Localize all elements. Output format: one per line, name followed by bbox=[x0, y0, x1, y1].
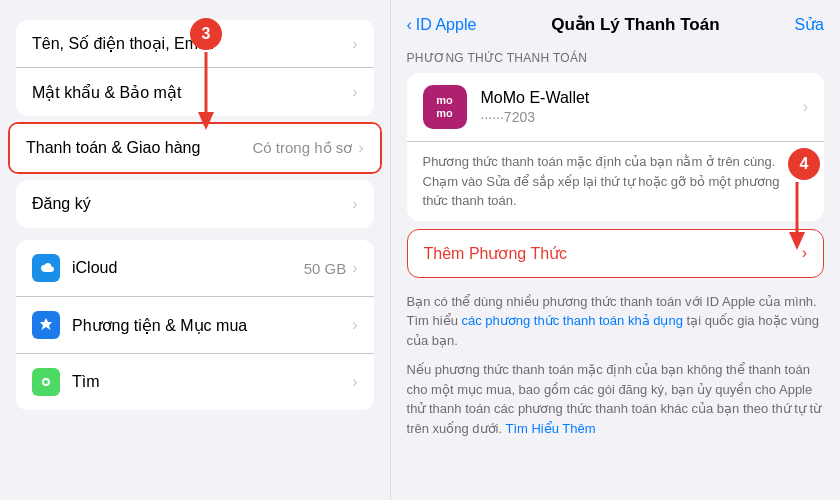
item-label: Tìm bbox=[72, 373, 100, 391]
payment-item-momo[interactable]: mo mo MoMo E-Wallet ······7203 › bbox=[407, 73, 824, 142]
momo-logo: mo mo bbox=[423, 85, 467, 129]
add-method-card: Thêm Phương Thức › bbox=[407, 229, 824, 278]
chevron-icon: › bbox=[803, 98, 808, 116]
payment-description: Phương thức thanh toán mặc định của bạn … bbox=[407, 142, 824, 221]
right-header: ‹ ID Apple Quản Lý Thanh Toán Sửa bbox=[391, 0, 840, 45]
svg-marker-1 bbox=[198, 112, 214, 130]
back-button[interactable]: ‹ ID Apple bbox=[407, 16, 477, 34]
chevron-icon: › bbox=[352, 195, 357, 213]
item-label: Mật khẩu & Bảo mật bbox=[32, 83, 181, 102]
item-right: 50 GB › bbox=[304, 259, 358, 277]
right-panel: 4 ‹ ID Apple Quản Lý Thanh Toán Sửa PHƯƠ… bbox=[391, 0, 840, 500]
highlighted-border: Thanh toán & Giao hàng Có trong hồ sơ › bbox=[8, 122, 382, 174]
appstore-icon bbox=[32, 311, 60, 339]
item-label: Tên, Số điện thoại, Email bbox=[32, 34, 214, 53]
payment-number: ······7203 bbox=[481, 109, 803, 125]
back-label: ID Apple bbox=[416, 16, 476, 34]
step-4-badge: 4 bbox=[788, 148, 820, 180]
list-item-payment[interactable]: Thanh toán & Giao hàng Có trong hồ sơ › bbox=[10, 124, 380, 172]
payment-name: MoMo E-Wallet bbox=[481, 89, 803, 107]
item-detail: 50 GB bbox=[304, 260, 347, 277]
arrow-4-down bbox=[789, 182, 805, 252]
chevron-icon: › bbox=[352, 373, 357, 391]
find-icon bbox=[32, 368, 60, 396]
item-right: Có trong hồ sơ › bbox=[252, 139, 363, 157]
chevron-icon: › bbox=[352, 316, 357, 334]
bottom-link-1[interactable]: các phương thức thanh toán khả dụng bbox=[462, 313, 683, 328]
list-item-password[interactable]: Mật khẩu & Bảo mật › bbox=[16, 68, 374, 116]
chevron-icon: › bbox=[352, 83, 357, 101]
arrow-3-down bbox=[198, 52, 214, 132]
item-detail: Có trong hồ sơ bbox=[252, 139, 352, 157]
item-label: iCloud bbox=[72, 259, 117, 277]
bottom-desc-2: Nếu phương thức thanh toán mặc định của … bbox=[391, 358, 840, 446]
item-label: Thanh toán & Giao hàng bbox=[26, 139, 200, 157]
highlighted-wrapper: Thanh toán & Giao hàng Có trong hồ sơ › bbox=[8, 122, 382, 174]
subscribe-section: Đăng ký › bbox=[16, 180, 374, 228]
left-panel: 3 Tên, Số điện thoại, Email › Mật khẩu &… bbox=[0, 0, 390, 500]
chevron-left-icon: ‹ bbox=[407, 16, 412, 34]
item-label: Đăng ký bbox=[32, 195, 91, 213]
payment-card: mo mo MoMo E-Wallet ······7203 › Phương … bbox=[407, 73, 824, 221]
chevron-icon: › bbox=[352, 35, 357, 53]
chevron-icon: › bbox=[358, 139, 363, 157]
list-item-subscribe[interactable]: Đăng ký › bbox=[16, 180, 374, 228]
bottom-desc-1: Bạn có thể dùng nhiều phương thức thanh … bbox=[391, 286, 840, 359]
item-label: Phương tiện & Mục mua bbox=[72, 316, 247, 335]
list-item-find[interactable]: Tìm › bbox=[16, 354, 374, 410]
payment-info: MoMo E-Wallet ······7203 bbox=[481, 89, 803, 125]
list-item-icloud[interactable]: iCloud 50 GB › bbox=[16, 240, 374, 297]
bottom-section: iCloud 50 GB › Phương tiện & Mục mua › bbox=[16, 240, 374, 410]
section-label: PHƯƠNG THỨC THANH TOÁN bbox=[391, 45, 840, 69]
add-method-button[interactable]: Thêm Phương Thức › bbox=[408, 230, 823, 277]
add-method-label: Thêm Phương Thức bbox=[424, 244, 568, 263]
list-item-media[interactable]: Phương tiện & Mục mua › bbox=[16, 297, 374, 354]
page-title: Quản Lý Thanh Toán bbox=[551, 14, 719, 35]
svg-point-3 bbox=[44, 380, 48, 384]
bottom-link-2[interactable]: Tìm Hiểu Thêm bbox=[505, 421, 595, 436]
step-3-badge: 3 bbox=[190, 18, 222, 50]
chevron-icon: › bbox=[352, 259, 357, 277]
icloud-icon bbox=[32, 254, 60, 282]
edit-button[interactable]: Sửa bbox=[794, 15, 824, 34]
svg-marker-5 bbox=[789, 232, 805, 250]
